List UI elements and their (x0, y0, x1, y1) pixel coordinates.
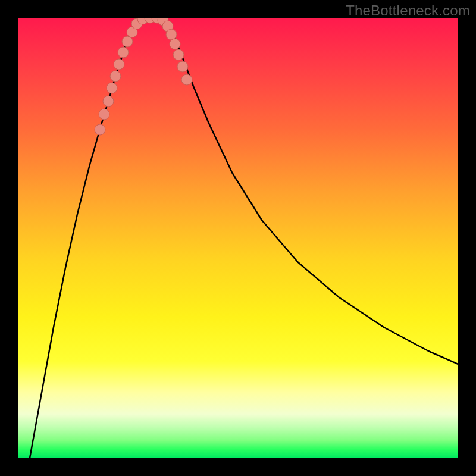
highlight-dot (103, 96, 114, 107)
highlight-dots (95, 18, 192, 135)
watermark-text: TheBottleneck.com (346, 2, 470, 19)
highlight-dot (99, 109, 109, 120)
highlight-dot (114, 59, 124, 70)
curve-svg (18, 18, 458, 458)
highlight-dot (173, 49, 184, 60)
chart-frame: TheBottleneck.com (0, 0, 476, 476)
highlight-dot (122, 36, 133, 47)
highlight-dot (107, 83, 117, 93)
highlight-dot (110, 71, 121, 82)
highlight-dot (177, 61, 188, 72)
highlight-dot (95, 124, 105, 135)
highlight-dot (181, 74, 192, 85)
bottleneck-curve-path (30, 18, 458, 458)
bottleneck-curve (30, 18, 458, 458)
plot-area (18, 18, 458, 458)
highlight-dot (170, 39, 180, 49)
highlight-dot (118, 47, 129, 58)
highlight-dot (166, 29, 177, 40)
